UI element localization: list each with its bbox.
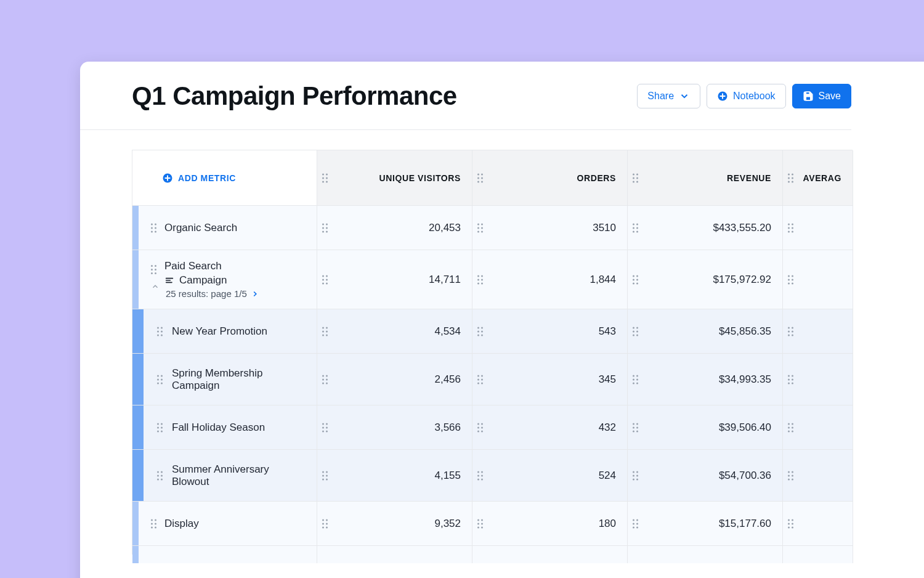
cell-revenue: $433,555.20 xyxy=(628,206,783,250)
drag-handle-icon[interactable] xyxy=(477,423,483,432)
drag-handle-icon[interactable] xyxy=(322,275,328,284)
row-label: Fall Holiday Season xyxy=(172,421,265,434)
metrics-table: ADD METRIC UNIQUE VISITORS ORDERS REVENU… xyxy=(132,150,853,555)
cell-unique-visitors: 14,711 xyxy=(317,250,472,309)
row-label: Spring Membership Campaign xyxy=(172,367,289,392)
drag-handle-icon[interactable] xyxy=(788,223,793,232)
header-actions: Share Notebook Save xyxy=(637,84,851,108)
drag-handle-icon[interactable] xyxy=(788,471,793,480)
drag-handle-icon[interactable] xyxy=(151,223,156,232)
drag-handle-icon[interactable] xyxy=(477,173,483,182)
cell-orders: 543 xyxy=(472,309,628,354)
row-label-cell[interactable]: Spring Membership Campaign xyxy=(132,354,317,405)
drag-handle-icon[interactable] xyxy=(477,275,483,284)
drag-handle-icon[interactable] xyxy=(788,173,793,182)
drag-handle-icon[interactable] xyxy=(151,265,156,274)
notebook-button[interactable]: Notebook xyxy=(707,84,786,108)
table-row: Summer Anniversary Blowout 4,155 524 $54… xyxy=(132,450,853,502)
row-label-cell[interactable]: Paid Search Campaign 25 results: page 1/… xyxy=(132,250,317,309)
drag-handle-icon[interactable] xyxy=(788,375,793,384)
cell-average xyxy=(783,405,853,450)
cell-revenue: $39,506.40 xyxy=(628,405,783,450)
cell-unique-visitors: 2,456 xyxy=(317,354,472,405)
chevron-up-icon[interactable] xyxy=(151,282,160,291)
row-accent-bar xyxy=(132,546,139,563)
add-metric-label: ADD METRIC xyxy=(178,173,236,183)
row-label-cell[interactable]: Organic Search xyxy=(132,206,317,250)
drag-handle-icon[interactable] xyxy=(633,471,638,480)
drag-handle-icon[interactable] xyxy=(477,327,483,336)
save-button[interactable]: Save xyxy=(792,84,851,108)
row-accent-bar xyxy=(132,502,139,545)
row-label: New Year Promotion xyxy=(172,325,267,338)
drag-handle-icon[interactable] xyxy=(788,275,793,284)
cell-average xyxy=(783,250,853,309)
row-accent-bar xyxy=(132,250,139,309)
drag-handle-icon[interactable] xyxy=(477,519,483,528)
cell-revenue: $54,700.36 xyxy=(628,450,783,502)
drag-handle-icon[interactable] xyxy=(322,471,328,480)
row-label: Organic Search xyxy=(164,222,237,234)
drag-handle-icon[interactable] xyxy=(157,375,163,384)
drag-handle-icon[interactable] xyxy=(477,375,483,384)
row-label-cell[interactable]: Display xyxy=(132,502,317,546)
pager[interactable]: 25 results: page 1/5 xyxy=(164,288,259,299)
drag-handle-icon[interactable] xyxy=(633,375,638,384)
drag-handle-icon[interactable] xyxy=(157,327,163,336)
row-label-cell[interactable]: Summer Anniversary Blowout xyxy=(132,450,317,502)
drag-handle-icon[interactable] xyxy=(633,223,638,232)
drag-handle-icon[interactable] xyxy=(322,519,328,528)
cell-orders: 345 xyxy=(472,354,628,405)
cell-orders: 3510 xyxy=(472,206,628,250)
table-row: Paid Search Campaign 25 results: page 1/… xyxy=(132,250,853,309)
drag-handle-icon[interactable] xyxy=(633,173,638,182)
drag-handle-icon[interactable] xyxy=(157,471,163,480)
row-label-cell[interactable]: Fall Holiday Season xyxy=(132,405,317,450)
column-header-unique-visitors[interactable]: UNIQUE VISITORS xyxy=(317,150,472,206)
cell-average xyxy=(783,206,853,250)
column-header-orders[interactable]: ORDERS xyxy=(472,150,628,206)
row-label-cell[interactable]: New Year Promotion xyxy=(132,309,317,354)
drag-handle-icon[interactable] xyxy=(157,423,163,432)
drag-handle-icon[interactable] xyxy=(788,423,793,432)
drag-handle-icon[interactable] xyxy=(788,519,793,528)
column-header-revenue[interactable]: REVENUE xyxy=(628,150,783,206)
chevron-down-icon xyxy=(679,91,690,102)
drag-handle-icon[interactable] xyxy=(633,423,638,432)
cell-average xyxy=(783,450,853,502)
drag-handle-icon[interactable] xyxy=(322,375,328,384)
add-metric-header-cell: ADD METRIC xyxy=(132,150,317,206)
drag-handle-icon[interactable] xyxy=(151,519,156,528)
chevron-right-icon[interactable] xyxy=(251,290,259,298)
page-title: Q1 Campaign Performance xyxy=(132,81,457,111)
segment-label: Campaign xyxy=(179,274,227,287)
drag-handle-icon[interactable] xyxy=(788,327,793,336)
cell-average xyxy=(783,354,853,405)
cell-revenue: $175,972.92 xyxy=(628,250,783,309)
drag-handle-icon[interactable] xyxy=(322,173,328,182)
add-metric-button[interactable]: ADD METRIC xyxy=(162,173,236,184)
cell-orders: 524 xyxy=(472,450,628,502)
row-label: Paid Search xyxy=(164,260,222,272)
drag-handle-icon[interactable] xyxy=(633,327,638,336)
column-header-average[interactable]: AVERAG xyxy=(783,150,853,206)
row-accent-bar xyxy=(132,405,144,449)
row-accent-bar xyxy=(132,206,139,250)
cell-orders: 432 xyxy=(472,405,628,450)
row-label: Summer Anniversary Blowout xyxy=(172,463,289,488)
drag-handle-icon[interactable] xyxy=(477,471,483,480)
drag-handle-icon[interactable] xyxy=(633,275,638,284)
save-icon xyxy=(803,91,814,102)
drag-handle-icon[interactable] xyxy=(633,519,638,528)
cell-unique-visitors: 9,352 xyxy=(317,502,472,546)
row-accent-bar xyxy=(132,309,144,353)
notebook-button-label: Notebook xyxy=(733,91,776,102)
drag-handle-icon[interactable] xyxy=(322,223,328,232)
cell-orders: 1,844 xyxy=(472,250,628,309)
drag-handle-icon[interactable] xyxy=(322,327,328,336)
card-header: Q1 Campaign Performance Share Notebook xyxy=(80,62,851,130)
drag-handle-icon[interactable] xyxy=(322,423,328,432)
drag-handle-icon[interactable] xyxy=(477,223,483,232)
row-accent-bar xyxy=(132,354,144,405)
share-button[interactable]: Share xyxy=(637,84,700,108)
